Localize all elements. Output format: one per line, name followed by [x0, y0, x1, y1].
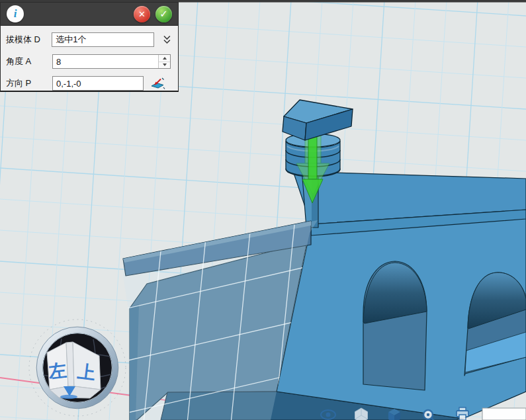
angle-label: 角度 A: [6, 56, 52, 67]
cad-viewport: 左 上: [0, 0, 526, 420]
info-glyph: i: [14, 7, 17, 21]
view-cube-shadow-splat-icon: [60, 395, 77, 399]
confirm-button[interactable]: ✓: [155, 6, 172, 22]
spinner-down-icon[interactable]: [159, 62, 170, 69]
confirm-check-icon: ✓: [159, 8, 168, 20]
dialog-body: 拔模体 D 角度 A 方向 P: [1, 32, 178, 91]
draft-body-label: 拔模体 D: [6, 34, 52, 46]
angle-spinner: [158, 55, 170, 68]
angle-input[interactable]: [52, 54, 171, 69]
dialog-titlebar[interactable]: i ✕ ✓: [1, 3, 178, 26]
field-row-direction: 方向 P: [6, 75, 173, 91]
direction-input[interactable]: [52, 76, 144, 91]
cancel-x-icon: ✕: [138, 9, 146, 19]
info-icon: i: [7, 5, 24, 22]
angle-stepper: [52, 54, 171, 69]
tooltip-box: [482, 408, 526, 420]
view-cube-label-left[interactable]: 左: [47, 360, 67, 382]
flip-direction-icon[interactable]: [150, 77, 165, 90]
field-row-draft-body: 拔模体 D: [6, 32, 173, 48]
draft-body-input[interactable]: [52, 32, 154, 47]
cancel-button[interactable]: ✕: [134, 6, 150, 22]
direction-label: 方向 P: [6, 77, 52, 89]
field-row-angle: 角度 A: [6, 54, 173, 69]
spinner-up-icon[interactable]: [159, 55, 170, 62]
expand-chevron-icon[interactable]: [161, 34, 173, 45]
view-cube-label-right[interactable]: 上: [76, 361, 97, 383]
draft-feature-dialog: i ✕ ✓ 拔模体 D 角度 A: [0, 2, 179, 92]
